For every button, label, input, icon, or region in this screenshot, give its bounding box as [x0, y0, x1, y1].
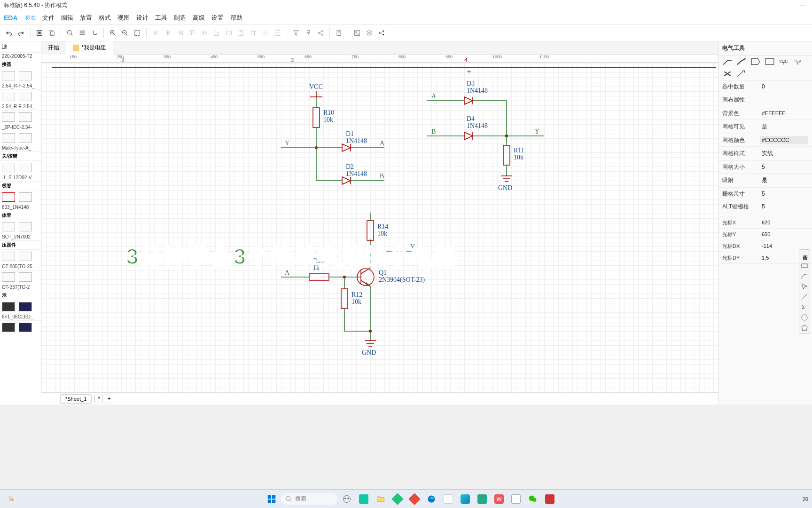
graph-button[interactable]: [315, 28, 326, 38]
menu-settings[interactable]: 设置: [211, 14, 224, 22]
menu-advanced[interactable]: 高级: [193, 14, 205, 22]
layers-button[interactable]: [364, 28, 375, 38]
component-item[interactable]: 2.54_R-F-2.54_: [0, 103, 41, 111]
search-button[interactable]: [65, 28, 75, 38]
task-app-icon[interactable]: [475, 492, 490, 507]
noconnect-tool-icon[interactable]: [722, 70, 733, 78]
task-app-icon[interactable]: [339, 492, 354, 507]
prop-gridvisible[interactable]: 网格可见是: [718, 120, 812, 134]
prop-gridsize[interactable]: 网格大小5: [718, 161, 812, 174]
component-item[interactable]: .1_S-12D02-V: [0, 174, 41, 182]
rect-tool-icon[interactable]: [801, 262, 808, 270]
prop-bgcolor[interactable]: 背景色#FFFFFF: [718, 107, 812, 120]
circle-tool-icon[interactable]: [801, 314, 808, 321]
net-label-icon[interactable]: [750, 57, 761, 66]
align-right-button[interactable]: [175, 28, 185, 38]
prop-snap[interactable]: 吸附是: [718, 174, 812, 188]
align-center-h-button[interactable]: [163, 28, 173, 38]
component-item[interactable]: 8×1_06OLED_: [0, 313, 41, 321]
zoom-in-button[interactable]: [108, 28, 118, 38]
vcc-tool-icon[interactable]: VCC: [779, 57, 789, 66]
align-grid-button[interactable]: [248, 28, 258, 38]
bus-tool-icon[interactable]: [736, 57, 747, 66]
polygon-tool-icon[interactable]: [801, 324, 808, 332]
drawing-palette[interactable]: 绘图 Σ: [799, 249, 810, 334]
task-app-icon[interactable]: [390, 492, 405, 507]
component-item[interactable]: OT-337(TO-2: [0, 284, 41, 291]
menu-view[interactable]: 视图: [117, 14, 130, 22]
component-item[interactable]: 2.54_R-F-2.54_: [0, 82, 41, 90]
menu-manufacture[interactable]: 制造: [174, 14, 186, 22]
probe-tool-icon[interactable]: [736, 70, 747, 78]
menu-edit[interactable]: 编辑: [61, 14, 73, 22]
net-flag-icon[interactable]: [765, 57, 775, 66]
sheet-nav-up[interactable]: ^: [94, 395, 103, 403]
menu-help[interactable]: 帮助: [230, 14, 242, 22]
task-app-icon[interactable]: [407, 492, 422, 507]
prop-gridstyle[interactable]: 网格样式实线: [718, 147, 812, 161]
component-item[interactable]: _2P-IDC-2.54-: [0, 124, 41, 131]
component-item[interactable]: Male-Type-A_: [0, 144, 41, 152]
align-left-button[interactable]: [150, 28, 161, 38]
zoom-out-button[interactable]: [120, 28, 130, 38]
component-item[interactable]: 603_1N4148: [0, 204, 41, 211]
align-equal-h-button[interactable]: [260, 28, 271, 38]
task-app-icon[interactable]: [441, 492, 456, 507]
cursor-tool-icon[interactable]: [801, 283, 808, 290]
taskbar-search[interactable]: 搜索: [281, 493, 337, 505]
text-tool-icon[interactable]: Σ: [801, 303, 808, 311]
share-button[interactable]: [376, 28, 387, 38]
wechat-icon[interactable]: [525, 492, 540, 507]
redo-button[interactable]: [16, 28, 26, 38]
start-button[interactable]: [264, 492, 279, 507]
5v-tool-icon[interactable]: +5V: [793, 57, 803, 66]
system-tray[interactable]: 20: [803, 492, 808, 507]
sheet-tab[interactable]: *Sheet_1: [60, 394, 92, 404]
tab-file[interactable]: *我是电阻: [66, 41, 113, 55]
component-item[interactable]: SOT_2N7002: [0, 233, 41, 241]
align-bottom-button[interactable]: [211, 28, 222, 38]
dist-v-button[interactable]: [236, 28, 246, 38]
menu-design[interactable]: 设计: [136, 14, 148, 22]
image-button[interactable]: [352, 28, 362, 38]
dup-button[interactable]: [47, 28, 57, 38]
prop-gridunit[interactable]: 栅格尺寸5: [718, 188, 812, 200]
task-app-icon[interactable]: [508, 492, 523, 507]
component-item[interactable]: OT-805(TO-25: [0, 263, 41, 270]
zoom-fit-button[interactable]: [132, 28, 142, 38]
cross-probe-button[interactable]: [303, 28, 313, 38]
sheet-button[interactable]: [334, 28, 344, 38]
task-app-icon[interactable]: W: [492, 492, 507, 507]
task-app-icon[interactable]: [356, 492, 371, 507]
dist-h-button[interactable]: [224, 28, 234, 38]
schematic-canvas[interactable]: VCC R10 10k Y D1 1N4148 A: [41, 63, 718, 392]
task-app-icon[interactable]: [458, 492, 473, 507]
prop-gridcolor[interactable]: 网格颜色#CCCCCC: [718, 134, 812, 147]
weather-widget[interactable]: 温: [4, 492, 19, 507]
menu-tools[interactable]: 工具: [155, 14, 167, 22]
arc-tool-icon[interactable]: [801, 272, 808, 280]
undo-button[interactable]: [4, 28, 14, 38]
menu-place[interactable]: 放置: [80, 14, 92, 22]
filter-label[interactable]: 滤: [0, 41, 41, 53]
align-equal-v-button[interactable]: [273, 28, 283, 38]
tab-start[interactable]: 开始: [41, 41, 66, 55]
line-tool-icon[interactable]: [801, 293, 808, 301]
minimize-button[interactable]: —: [793, 0, 812, 11]
filter-button[interactable]: [291, 28, 301, 38]
task-app-icon[interactable]: [542, 492, 557, 507]
sheet-add[interactable]: +: [105, 395, 113, 403]
windows-taskbar[interactable]: 温 搜索 W 20: [0, 489, 812, 508]
wire-tool-icon[interactable]: [722, 57, 733, 66]
list-button[interactable]: [77, 28, 87, 38]
align-top-button[interactable]: [187, 28, 197, 38]
edge-icon[interactable]: [424, 492, 439, 507]
menu-file[interactable]: 文件: [42, 14, 55, 22]
undo2-button[interactable]: [89, 28, 100, 38]
align-middle-button[interactable]: [199, 28, 210, 38]
component-item[interactable]: 220-2C005-T2: [0, 53, 41, 60]
menu-format[interactable]: 格式: [99, 14, 111, 22]
main-view-button[interactable]: [34, 28, 45, 38]
prop-altgrid[interactable]: ALT键栅格5: [718, 200, 812, 213]
explorer-icon[interactable]: [373, 492, 388, 507]
